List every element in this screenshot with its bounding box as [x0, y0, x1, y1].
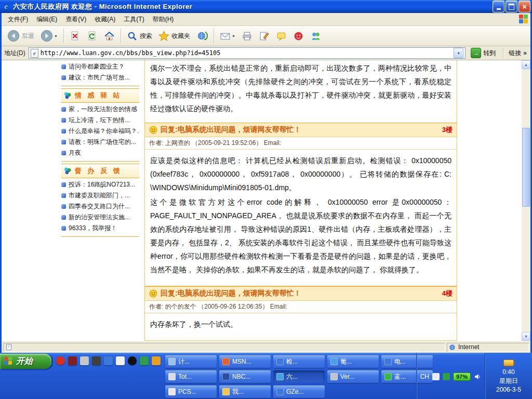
sidebar-link-label: 96333，我举报！: [69, 223, 117, 234]
stop-button[interactable]: [67, 29, 83, 43]
sidebar-link[interactable]: 月夜: [61, 148, 139, 158]
favorites-button[interactable]: 收藏夹: [156, 29, 193, 43]
task-button[interactable]: Ver...: [327, 370, 379, 383]
ie-icon[interactable]: [104, 356, 113, 365]
clock-panel[interactable]: 0:40 星期日 2006-3-5: [485, 353, 532, 399]
maximize-button[interactable]: [506, 1, 517, 12]
webpage: 请问帝都豪园业主？ 建议：市民广场可放... 情 感 驿 站 家，一段无法割舍的…: [2, 60, 522, 341]
smiley-icon: [149, 126, 157, 134]
address-dropdown-button[interactable]: ▼: [454, 48, 463, 58]
back-button[interactable]: 后退: [5, 28, 37, 44]
app-icon: [276, 373, 284, 380]
task-button[interactable]: 检...: [273, 355, 325, 368]
task-label: 葡...: [340, 357, 352, 366]
menu-edit[interactable]: 编辑(E): [32, 14, 61, 25]
favorites-star-icon: [158, 31, 169, 42]
app-icon: [222, 358, 230, 365]
minimize-button[interactable]: [493, 1, 504, 12]
sidebar-link[interactable]: 市建委及职能部门，...: [61, 190, 139, 201]
menu-help[interactable]: 帮助(H): [149, 14, 178, 25]
ime-keyboard-icon[interactable]: [432, 373, 440, 380]
app-icon: [168, 373, 176, 380]
print-button[interactable]: [239, 29, 255, 43]
task-button[interactable]: 计...: [165, 355, 217, 368]
task-button[interactable]: 葡...: [327, 355, 379, 368]
reply-author-line: 作者: 上网查的 （2005-09-21 19:52:06） Email:: [145, 137, 457, 150]
home-button[interactable]: [101, 29, 117, 43]
ie-browser-window: e 六安市人民政府网 欢迎您 - Microsoft Internet Expl…: [0, 0, 532, 399]
print-icon: [242, 31, 252, 42]
battery-icon: [503, 360, 514, 366]
task-label: Tot...: [178, 373, 192, 380]
sidebar-link[interactable]: 建议：市民广场可放...: [61, 72, 139, 83]
qq-button[interactable]: [290, 29, 307, 43]
sidebar-link[interactable]: 坛上冷清，坛下热情...: [61, 115, 139, 126]
start-button[interactable]: 开始: [0, 354, 51, 369]
foxmail-icon[interactable]: [68, 356, 77, 365]
menu-view[interactable]: 查看(V): [61, 14, 90, 25]
task-label: 蓝...: [394, 373, 406, 381]
task-button[interactable]: MSN...: [219, 355, 271, 368]
discuss-button[interactable]: [273, 29, 289, 43]
sidebar-link-label: 建议：市民广场可放...: [69, 72, 130, 83]
sidebar-link[interactable]: 家，一段无法割舍的情感: [61, 104, 139, 115]
task-button[interactable]: GZe...: [273, 385, 325, 398]
sidebar-link-label: 请问帝都豪园业主？: [69, 61, 125, 72]
sidebar-link[interactable]: 请问帝都豪园业主？: [61, 61, 139, 72]
mail-button[interactable]: ▼: [217, 29, 238, 43]
refresh-button[interactable]: [84, 29, 100, 43]
menu-tools[interactable]: 工具(T): [119, 14, 148, 25]
close-button[interactable]: ×: [518, 1, 530, 12]
forward-button[interactable]: ▼: [38, 28, 60, 44]
scroll-down-button[interactable]: ▼: [522, 332, 530, 341]
volume-icon[interactable]: [474, 373, 481, 380]
edit-button[interactable]: [256, 29, 272, 43]
show-desktop-icon[interactable]: [80, 356, 89, 365]
scroll-up-button[interactable]: ▲: [522, 60, 530, 69]
sidebar-link[interactable]: 投诉：16路皖NO7213...: [61, 179, 139, 190]
home-icon: [104, 31, 115, 42]
go-button[interactable]: → 转到: [469, 47, 498, 59]
security-zone-cell: Internet: [447, 343, 529, 352]
reply-title: 回复:电脑系统出现问题，烦请网友帮帮忙！: [161, 289, 439, 298]
menu-file[interactable]: 文件(F): [4, 14, 32, 25]
antivirus-shield-icon[interactable]: [443, 373, 450, 380]
mail-shortcut-icon[interactable]: [152, 356, 161, 365]
sidebar-link[interactable]: 新的治安管理法实施...: [61, 212, 139, 223]
bullet-icon: [61, 215, 66, 220]
media-player-icon[interactable]: [92, 356, 101, 365]
task-button[interactable]: 我...: [219, 385, 271, 398]
task-button-active[interactable]: 六...: [273, 370, 325, 383]
address-input[interactable]: e http://www.luan.gov.cn/bbs/bbs_view.ph…: [29, 47, 466, 59]
scrollbar-thumb[interactable]: [522, 128, 530, 207]
realplayer-icon[interactable]: [56, 356, 65, 365]
sidebar-section-emotion: 情 感 驿 站: [61, 88, 139, 103]
links-button[interactable]: 链接 »: [509, 49, 528, 58]
sidebar-link[interactable]: 请教：明珠广场住宅的...: [61, 137, 139, 148]
reply-3-header: 回复:电脑系统出现问题，烦请网友帮帮忙！ 3楼: [145, 123, 457, 137]
history-button[interactable]: [194, 29, 210, 43]
sidebar-top-group: 请问帝都豪园业主？ 建议：市民广场可放...: [61, 60, 139, 86]
edit-icon: [259, 31, 270, 42]
go-label: 转到: [483, 49, 496, 58]
task-button[interactable]: Tot...: [165, 370, 217, 383]
msn-icon[interactable]: [140, 356, 149, 365]
notepad-icon[interactable]: [116, 356, 125, 365]
qq-penguin-icon[interactable]: [128, 356, 137, 365]
sidebar-link[interactable]: 四季春交叉路口为什...: [61, 201, 139, 212]
task-button[interactable]: NBC...: [219, 370, 271, 383]
quick-launch-bar: [56, 356, 161, 365]
task-label: Ver...: [340, 373, 354, 380]
task-button[interactable]: PCS...: [165, 385, 217, 398]
sidebar-link[interactable]: 96333，我举报！: [61, 223, 139, 234]
search-button[interactable]: 搜索: [124, 29, 155, 43]
menu-favorites[interactable]: 收藏(A): [90, 14, 119, 25]
messenger-button[interactable]: [308, 29, 324, 43]
language-indicator[interactable]: CH: [420, 373, 429, 380]
vertical-scrollbar[interactable]: ▲ ▼: [522, 60, 530, 341]
battery-percent-badge[interactable]: 97%: [453, 373, 471, 381]
sidebar-link-label: 坛上冷清，坛下热情...: [69, 115, 130, 126]
reply-4-header: 回复:电脑系统出现问题，烦请网友帮帮忙！ 4楼: [145, 286, 457, 301]
section-clover-icon: [63, 91, 72, 100]
sidebar-link[interactable]: 什么是幸福？你幸福吗？...: [61, 126, 139, 137]
